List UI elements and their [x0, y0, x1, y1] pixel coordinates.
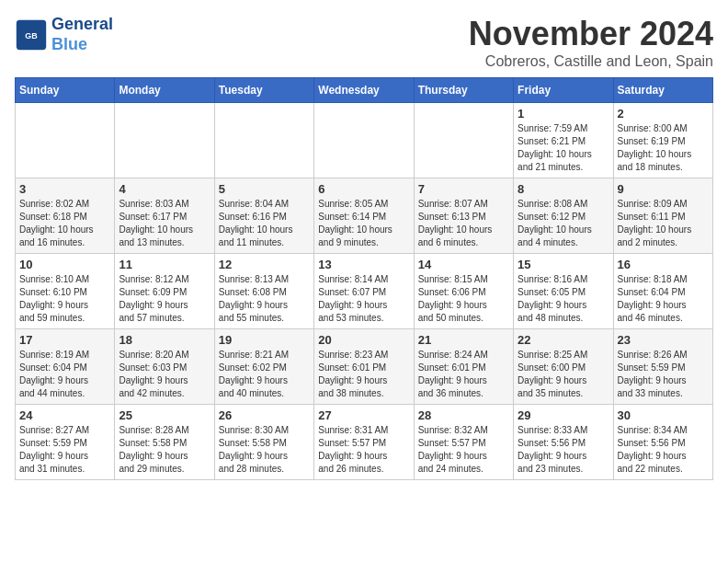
day-number: 21 — [418, 333, 509, 347]
day-cell: 23Sunrise: 8:26 AM Sunset: 5:59 PM Dayli… — [613, 329, 712, 405]
day-cell: 7Sunrise: 8:07 AM Sunset: 6:13 PM Daylig… — [414, 178, 513, 254]
week-row-1: 1Sunrise: 7:59 AM Sunset: 6:21 PM Daylig… — [16, 103, 713, 178]
header-cell-sunday: Sunday — [16, 78, 115, 103]
day-number: 6 — [318, 182, 409, 196]
day-number: 7 — [418, 182, 509, 196]
day-number: 27 — [318, 408, 409, 422]
day-cell — [214, 103, 313, 178]
week-row-2: 3Sunrise: 8:02 AM Sunset: 6:18 PM Daylig… — [16, 178, 713, 254]
header-cell-friday: Friday — [514, 78, 613, 103]
page-header: GB General Blue November 2024 Cobreros, … — [15, 15, 713, 70]
day-number: 20 — [318, 333, 409, 347]
day-cell: 20Sunrise: 8:23 AM Sunset: 6:01 PM Dayli… — [314, 329, 414, 405]
day-info: Sunrise: 8:20 AM Sunset: 6:03 PM Dayligh… — [119, 349, 210, 400]
day-cell: 9Sunrise: 8:09 AM Sunset: 6:11 PM Daylig… — [613, 178, 712, 254]
day-number: 9 — [618, 182, 709, 196]
day-number: 13 — [318, 258, 409, 271]
day-number: 22 — [518, 333, 609, 347]
day-info: Sunrise: 8:24 AM Sunset: 6:01 PM Dayligh… — [418, 349, 509, 400]
day-cell: 5Sunrise: 8:04 AM Sunset: 6:16 PM Daylig… — [214, 178, 313, 254]
day-info: Sunrise: 8:00 AM Sunset: 6:19 PM Dayligh… — [618, 122, 709, 174]
day-info: Sunrise: 8:14 AM Sunset: 6:07 PM Dayligh… — [318, 273, 409, 325]
day-info: Sunrise: 8:21 AM Sunset: 6:02 PM Dayligh… — [219, 349, 310, 400]
day-cell: 11Sunrise: 8:12 AM Sunset: 6:09 PM Dayli… — [115, 254, 214, 329]
day-cell: 22Sunrise: 8:25 AM Sunset: 6:00 PM Dayli… — [514, 329, 613, 405]
day-info: Sunrise: 8:07 AM Sunset: 6:13 PM Dayligh… — [418, 198, 509, 249]
day-number: 19 — [219, 333, 310, 347]
day-number: 14 — [418, 258, 509, 271]
day-info: Sunrise: 8:08 AM Sunset: 6:12 PM Dayligh… — [518, 198, 609, 249]
day-number: 12 — [219, 258, 310, 271]
day-cell: 21Sunrise: 8:24 AM Sunset: 6:01 PM Dayli… — [414, 329, 513, 405]
day-number: 16 — [618, 258, 709, 271]
day-cell: 19Sunrise: 8:21 AM Sunset: 6:02 PM Dayli… — [214, 329, 313, 405]
day-cell: 2Sunrise: 8:00 AM Sunset: 6:19 PM Daylig… — [613, 103, 712, 178]
day-info: Sunrise: 8:02 AM Sunset: 6:18 PM Dayligh… — [19, 198, 110, 249]
day-info: Sunrise: 8:15 AM Sunset: 6:06 PM Dayligh… — [418, 273, 509, 325]
svg-text:GB: GB — [25, 30, 38, 40]
day-cell — [16, 103, 115, 178]
day-info: Sunrise: 8:34 AM Sunset: 5:56 PM Dayligh… — [618, 424, 709, 476]
day-info: Sunrise: 8:26 AM Sunset: 5:59 PM Dayligh… — [618, 349, 709, 400]
day-number: 25 — [119, 408, 210, 422]
logo-blue: Blue — [51, 35, 113, 55]
day-number: 28 — [418, 408, 509, 422]
calendar-table: SundayMondayTuesdayWednesdayThursdayFrid… — [15, 77, 713, 480]
day-info: Sunrise: 8:05 AM Sunset: 6:14 PM Dayligh… — [318, 198, 409, 249]
day-number: 5 — [219, 182, 310, 196]
day-cell: 24Sunrise: 8:27 AM Sunset: 5:59 PM Dayli… — [16, 405, 115, 480]
day-cell: 29Sunrise: 8:33 AM Sunset: 5:56 PM Dayli… — [514, 405, 613, 480]
calendar-body: 1Sunrise: 7:59 AM Sunset: 6:21 PM Daylig… — [16, 103, 713, 480]
header-cell-tuesday: Tuesday — [214, 78, 313, 103]
day-info: Sunrise: 8:31 AM Sunset: 5:57 PM Dayligh… — [318, 424, 409, 476]
day-cell: 3Sunrise: 8:02 AM Sunset: 6:18 PM Daylig… — [16, 178, 115, 254]
day-cell: 26Sunrise: 8:30 AM Sunset: 5:58 PM Dayli… — [214, 405, 313, 480]
day-info: Sunrise: 8:03 AM Sunset: 6:17 PM Dayligh… — [119, 198, 210, 249]
header-cell-wednesday: Wednesday — [314, 78, 414, 103]
day-number: 30 — [618, 408, 709, 422]
day-number: 29 — [518, 408, 609, 422]
logo-icon: GB — [15, 18, 48, 52]
day-cell: 18Sunrise: 8:20 AM Sunset: 6:03 PM Dayli… — [115, 329, 214, 405]
day-info: Sunrise: 8:12 AM Sunset: 6:09 PM Dayligh… — [119, 273, 210, 325]
day-cell: 16Sunrise: 8:18 AM Sunset: 6:04 PM Dayli… — [613, 254, 712, 329]
day-number: 2 — [618, 107, 709, 121]
day-info: Sunrise: 8:28 AM Sunset: 5:58 PM Dayligh… — [119, 424, 210, 476]
day-info: Sunrise: 7:59 AM Sunset: 6:21 PM Dayligh… — [518, 122, 609, 174]
day-cell: 27Sunrise: 8:31 AM Sunset: 5:57 PM Dayli… — [314, 405, 414, 480]
day-number: 8 — [518, 182, 609, 196]
day-cell — [115, 103, 214, 178]
calendar-header: SundayMondayTuesdayWednesdayThursdayFrid… — [16, 78, 713, 103]
day-number: 24 — [19, 408, 110, 422]
day-info: Sunrise: 8:19 AM Sunset: 6:04 PM Dayligh… — [19, 349, 110, 400]
day-info: Sunrise: 8:32 AM Sunset: 5:57 PM Dayligh… — [418, 424, 509, 476]
week-row-3: 10Sunrise: 8:10 AM Sunset: 6:10 PM Dayli… — [16, 254, 713, 329]
logo-general: General — [51, 15, 113, 35]
header-cell-saturday: Saturday — [613, 78, 712, 103]
day-number: 10 — [19, 258, 110, 271]
day-cell: 25Sunrise: 8:28 AM Sunset: 5:58 PM Dayli… — [115, 405, 214, 480]
day-cell: 4Sunrise: 8:03 AM Sunset: 6:17 PM Daylig… — [115, 178, 214, 254]
day-info: Sunrise: 8:23 AM Sunset: 6:01 PM Dayligh… — [318, 349, 409, 400]
day-cell: 6Sunrise: 8:05 AM Sunset: 6:14 PM Daylig… — [314, 178, 414, 254]
title-block: November 2024 Cobreros, Castille and Leo… — [469, 15, 713, 70]
logo: GB General Blue — [15, 15, 113, 54]
day-info: Sunrise: 8:25 AM Sunset: 6:00 PM Dayligh… — [518, 349, 609, 400]
day-info: Sunrise: 8:13 AM Sunset: 6:08 PM Dayligh… — [219, 273, 310, 325]
day-cell: 14Sunrise: 8:15 AM Sunset: 6:06 PM Dayli… — [414, 254, 513, 329]
week-row-5: 24Sunrise: 8:27 AM Sunset: 5:59 PM Dayli… — [16, 405, 713, 480]
day-cell — [314, 103, 414, 178]
day-number: 18 — [119, 333, 210, 347]
day-number: 15 — [518, 258, 609, 271]
day-cell — [414, 103, 513, 178]
day-cell: 1Sunrise: 7:59 AM Sunset: 6:21 PM Daylig… — [514, 103, 613, 178]
week-row-4: 17Sunrise: 8:19 AM Sunset: 6:04 PM Dayli… — [16, 329, 713, 405]
day-info: Sunrise: 8:10 AM Sunset: 6:10 PM Dayligh… — [19, 273, 110, 325]
header-row: SundayMondayTuesdayWednesdayThursdayFrid… — [16, 78, 713, 103]
day-info: Sunrise: 8:16 AM Sunset: 6:05 PM Dayligh… — [518, 273, 609, 325]
day-number: 4 — [119, 182, 210, 196]
day-number: 23 — [618, 333, 709, 347]
day-cell: 12Sunrise: 8:13 AM Sunset: 6:08 PM Dayli… — [214, 254, 313, 329]
day-cell: 30Sunrise: 8:34 AM Sunset: 5:56 PM Dayli… — [613, 405, 712, 480]
day-cell: 8Sunrise: 8:08 AM Sunset: 6:12 PM Daylig… — [514, 178, 613, 254]
